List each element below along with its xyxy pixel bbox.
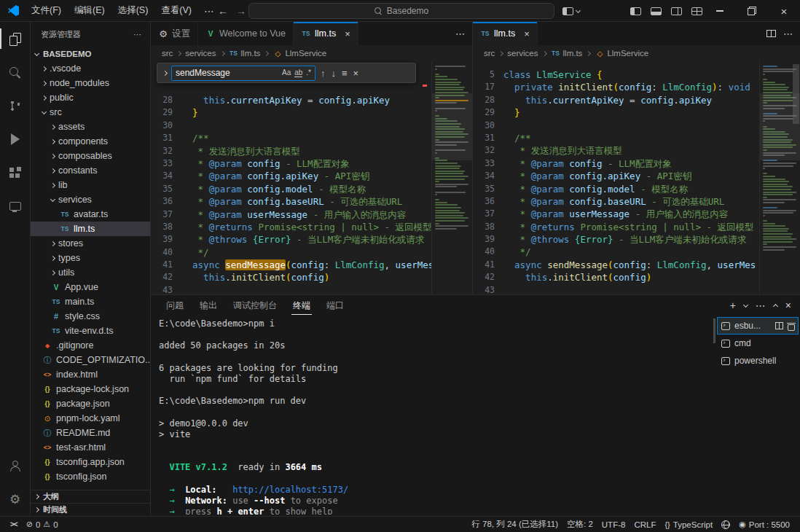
find-previous-icon[interactable]: ↑ [320, 68, 326, 79]
folder-item[interactable]: stores [31, 236, 150, 251]
folder-item[interactable]: .vscode [31, 61, 150, 76]
more-actions-icon[interactable]: ⋯ [455, 28, 465, 39]
panel-tab[interactable]: 问题 [158, 295, 192, 316]
file-item[interactable]: TSmain.ts [31, 294, 150, 309]
file-item[interactable]: <>index.html [31, 367, 150, 382]
indentation[interactable]: 空格: 2 [562, 517, 597, 532]
remote-indicator[interactable]: >< [6, 517, 22, 532]
folder-item[interactable]: src [31, 105, 150, 120]
find-in-selection-icon[interactable]: ≡ [341, 68, 348, 79]
breadcrumb-item[interactable]: ◇LlmService [595, 49, 648, 58]
file-item[interactable]: ◆.gitignore [31, 338, 150, 353]
editor-scrollbar[interactable] [793, 64, 799, 124]
panel-tab[interactable]: 输出 [192, 295, 225, 316]
menu-view[interactable]: 查看(V) [154, 0, 198, 21]
menu-edit[interactable]: 编辑(E) [68, 0, 111, 21]
file-item[interactable]: TSllm.ts [31, 222, 150, 236]
file-item[interactable]: {}package.json [31, 396, 150, 411]
section-outline[interactable]: 大纲 [31, 490, 150, 503]
remote-explorer-view-icon[interactable] [0, 189, 31, 223]
folder-item[interactable]: node_modules [31, 76, 150, 90]
breadcrumb-item[interactable]: src [484, 49, 495, 58]
folder-item[interactable]: services [31, 192, 150, 207]
editor-tab[interactable]: TSllm.ts× [473, 22, 538, 45]
folder-item[interactable]: utils [31, 265, 150, 280]
live-server-globe[interactable] [717, 517, 734, 532]
terminal-list-item[interactable]: esbu... [717, 317, 799, 335]
settings-button[interactable]: ⚙ [0, 482, 31, 516]
toggle-replace-icon[interactable] [162, 70, 168, 75]
code-editor[interactable]: 5class LlmService {17 private initClient… [473, 61, 800, 294]
toggle-sidebar-icon[interactable] [630, 7, 641, 15]
section-timeline[interactable]: 时间线 [31, 503, 150, 516]
editor-tab[interactable]: TSllm.ts× [294, 22, 358, 45]
minimap-slider[interactable] [432, 93, 472, 160]
close-icon[interactable]: × [345, 28, 350, 39]
explorer-more-icon[interactable]: ⋯ [133, 30, 141, 39]
file-item[interactable]: <>test-asr.html [31, 440, 150, 455]
folder-item[interactable]: constants [31, 163, 150, 178]
terminal-output[interactable]: E:\code\Basedemo>npm i added 50 packages… [159, 318, 711, 515]
more-actions-icon[interactable]: ⋯ [783, 28, 793, 39]
editor-tab[interactable]: VWelcome to Vue [198, 22, 294, 45]
panel-tab[interactable]: 调试控制台 [225, 295, 285, 316]
live-server-port[interactable]: ◉Port : 5500 [734, 517, 794, 532]
file-item[interactable]: #style.css [31, 309, 150, 324]
minimap[interactable] [431, 61, 472, 294]
folder-item[interactable]: lib [31, 178, 150, 192]
back-icon[interactable]: ← [213, 0, 232, 22]
run-debug-view-icon[interactable] [0, 122, 31, 156]
file-item[interactable]: TSavatar.ts [31, 207, 150, 222]
file-item[interactable]: {}tsconfig.app.json [31, 455, 150, 469]
breadcrumb-item[interactable]: ◇LlmService [272, 49, 326, 58]
close-find-icon[interactable]: × [353, 68, 360, 79]
find-input[interactable]: sendMessage Aa ab .* [171, 66, 315, 81]
problems-status[interactable]: ⊘ 0 ⚠ 0 [22, 517, 63, 532]
kill-terminal-icon[interactable] [788, 322, 794, 330]
file-item[interactable]: TSvite-env.d.ts [31, 324, 150, 338]
language-mode[interactable]: {}TypeScript [660, 517, 717, 532]
toggle-panel-icon[interactable] [651, 7, 662, 15]
file-item[interactable]: ⓘCODE_OPTIMIZATIO... [31, 353, 150, 367]
regex-icon[interactable]: .* [306, 69, 311, 77]
folder-item[interactable]: assets [31, 120, 150, 134]
close-panel-icon[interactable]: × [785, 300, 791, 311]
match-case-icon[interactable]: Aa [282, 69, 291, 77]
breadcrumb-item[interactable]: TSllm.ts [229, 49, 261, 58]
close-window-button[interactable]: × [768, 0, 800, 22]
tree-root-folder[interactable]: BASEDEMO [31, 47, 150, 61]
terminal-list-item[interactable]: powershell [717, 352, 799, 369]
whole-word-icon[interactable]: ab [294, 69, 302, 77]
folder-item[interactable]: components [31, 134, 150, 149]
editor-tab[interactable]: ⚙设置 [151, 22, 198, 45]
toggle-secondary-sidebar-icon[interactable] [671, 7, 682, 15]
panel-tab[interactable]: 终端 [285, 295, 318, 316]
terminal-scrollbar[interactable] [713, 318, 715, 343]
file-item[interactable]: ⊙pnpm-lock.yaml [31, 411, 150, 426]
close-icon[interactable]: × [524, 28, 530, 39]
folder-item[interactable]: public [31, 90, 150, 105]
terminal-list-item[interactable]: cmd [717, 335, 799, 352]
encoding[interactable]: UTF-8 [597, 517, 630, 532]
file-item[interactable]: VApp.vue [31, 280, 150, 294]
menu-selection[interactable]: 选择(S) [111, 0, 155, 21]
customize-layout-icon[interactable] [691, 7, 702, 15]
new-terminal-icon[interactable]: + [730, 300, 736, 311]
account-button[interactable] [0, 449, 31, 482]
minimize-button[interactable] [704, 0, 736, 22]
breadcrumb-item[interactable]: src [162, 49, 173, 58]
eol[interactable]: CRLF [630, 517, 660, 532]
file-item[interactable]: {}package-lock.json [31, 382, 150, 396]
panel-more-icon[interactable]: ⋯ [756, 300, 766, 311]
panel-tab[interactable]: 端口 [318, 295, 352, 316]
terminal-profile-dropdown-icon[interactable] [744, 305, 748, 307]
source-control-view-icon[interactable] [0, 89, 31, 122]
breadcrumb-item[interactable]: services [185, 49, 216, 58]
layout-dropdown[interactable] [562, 0, 580, 22]
find-next-icon[interactable]: ↓ [331, 68, 337, 79]
command-center[interactable]: Basedemo [248, 3, 554, 19]
extensions-view-icon[interactable] [0, 156, 31, 189]
maximize-panel-icon[interactable] [774, 302, 777, 308]
explorer-view-icon[interactable] [0, 22, 31, 55]
split-editor-icon[interactable] [766, 30, 776, 37]
